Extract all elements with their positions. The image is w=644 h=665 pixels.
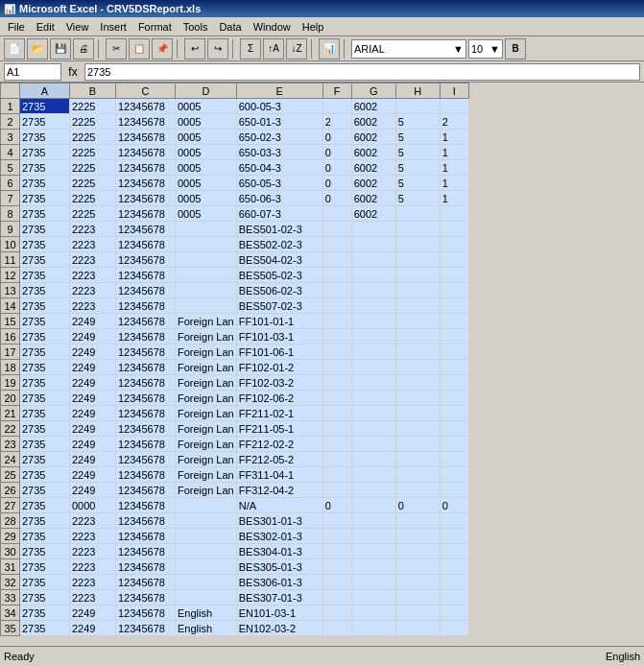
cell-D14[interactable] bbox=[176, 298, 237, 314]
cell-B27[interactable]: 0000 bbox=[70, 498, 116, 513]
col-header-h[interactable]: H bbox=[395, 83, 440, 99]
cell-D22[interactable]: Foreign Lan bbox=[176, 421, 237, 437]
cell-F27[interactable]: 0 bbox=[322, 498, 351, 513]
row-header-23[interactable]: 23 bbox=[1, 437, 20, 452]
cell-E29[interactable]: BES302-01-3 bbox=[236, 529, 322, 544]
cell-H24[interactable] bbox=[395, 452, 440, 467]
cell-C3[interactable]: 12345678 bbox=[116, 130, 176, 145]
cell-E13[interactable]: BES506-02-3 bbox=[236, 283, 322, 298]
cell-C33[interactable]: 12345678 bbox=[116, 590, 176, 606]
cell-C12[interactable]: 12345678 bbox=[116, 268, 176, 283]
cell-E9[interactable]: BES501-02-3 bbox=[236, 222, 322, 237]
cell-I4[interactable]: 1 bbox=[440, 145, 468, 160]
cell-G28[interactable] bbox=[351, 513, 395, 529]
cell-A28[interactable]: 2735 bbox=[20, 513, 70, 529]
cell-G21[interactable] bbox=[351, 406, 395, 421]
cell-B31[interactable]: 2223 bbox=[70, 559, 116, 575]
cell-F3[interactable]: 0 bbox=[322, 130, 351, 145]
menu-item-format[interactable]: Format bbox=[132, 19, 178, 35]
row-header-16[interactable]: 16 bbox=[1, 329, 20, 344]
cell-B1[interactable]: 2225 bbox=[70, 99, 116, 114]
redo-btn[interactable]: ↪ bbox=[207, 38, 228, 59]
menu-item-tools[interactable]: Tools bbox=[178, 19, 214, 35]
cell-G34[interactable] bbox=[351, 606, 395, 621]
cell-C2[interactable]: 12345678 bbox=[116, 114, 176, 130]
cell-F15[interactable] bbox=[322, 314, 351, 329]
cell-D20[interactable]: Foreign Lan bbox=[176, 391, 237, 406]
formula-input[interactable]: 2735 bbox=[84, 63, 640, 81]
cell-D23[interactable]: Foreign Lan bbox=[176, 437, 237, 452]
cell-E17[interactable]: FF101-06-1 bbox=[236, 344, 322, 360]
row-header-31[interactable]: 31 bbox=[1, 559, 20, 575]
cell-D28[interactable] bbox=[176, 513, 237, 529]
cell-C30[interactable]: 12345678 bbox=[116, 544, 176, 559]
cell-H28[interactable] bbox=[395, 513, 440, 529]
cell-H18[interactable] bbox=[395, 360, 440, 375]
undo-btn[interactable]: ↩ bbox=[184, 38, 205, 59]
cell-G10[interactable] bbox=[351, 237, 395, 252]
cell-E31[interactable]: BES305-01-3 bbox=[236, 559, 322, 575]
row-header-21[interactable]: 21 bbox=[1, 406, 20, 421]
cell-E26[interactable]: FF312-04-2 bbox=[236, 483, 322, 498]
cell-B25[interactable]: 2249 bbox=[70, 467, 116, 483]
cell-E23[interactable]: FF212-02-2 bbox=[236, 437, 322, 452]
cell-B17[interactable]: 2249 bbox=[70, 344, 116, 360]
cell-C26[interactable]: 12345678 bbox=[116, 483, 176, 498]
cell-B19[interactable]: 2249 bbox=[70, 375, 116, 391]
col-header-c[interactable]: C bbox=[116, 83, 176, 99]
row-header-20[interactable]: 20 bbox=[1, 391, 20, 406]
cell-G26[interactable] bbox=[351, 483, 395, 498]
cell-D19[interactable]: Foreign Lan bbox=[176, 375, 237, 391]
cell-B18[interactable]: 2249 bbox=[70, 360, 116, 375]
cell-F19[interactable] bbox=[322, 375, 351, 391]
cell-I3[interactable]: 1 bbox=[440, 130, 468, 145]
cell-B14[interactable]: 2223 bbox=[70, 298, 116, 314]
cell-F2[interactable]: 2 bbox=[322, 114, 351, 130]
row-header-8[interactable]: 8 bbox=[1, 206, 20, 222]
cell-E11[interactable]: BES504-02-3 bbox=[236, 252, 322, 268]
cell-B2[interactable]: 2225 bbox=[70, 114, 116, 130]
cell-H10[interactable] bbox=[395, 237, 440, 252]
cell-H1[interactable] bbox=[395, 99, 440, 114]
cell-A11[interactable]: 2735 bbox=[20, 252, 70, 268]
cell-E32[interactable]: BES306-01-3 bbox=[236, 575, 322, 590]
print-btn[interactable]: 🖨 bbox=[73, 38, 94, 59]
cell-C9[interactable]: 12345678 bbox=[116, 222, 176, 237]
cell-B22[interactable]: 2249 bbox=[70, 421, 116, 437]
cell-A12[interactable]: 2735 bbox=[20, 268, 70, 283]
cell-A19[interactable]: 2735 bbox=[20, 375, 70, 391]
chart-btn[interactable]: 📊 bbox=[319, 38, 340, 59]
cell-F7[interactable]: 0 bbox=[322, 191, 351, 206]
cell-H31[interactable] bbox=[395, 559, 440, 575]
cell-C34[interactable]: 12345678 bbox=[116, 606, 176, 621]
cell-C29[interactable]: 12345678 bbox=[116, 529, 176, 544]
cell-E2[interactable]: 650-01-3 bbox=[236, 114, 322, 130]
cell-G16[interactable] bbox=[351, 329, 395, 344]
cell-A5[interactable]: 2735 bbox=[20, 160, 70, 176]
cell-G31[interactable] bbox=[351, 559, 395, 575]
cell-B30[interactable]: 2223 bbox=[70, 544, 116, 559]
cell-G33[interactable] bbox=[351, 590, 395, 606]
cell-F22[interactable] bbox=[322, 421, 351, 437]
cell-B3[interactable]: 2225 bbox=[70, 130, 116, 145]
cell-D24[interactable]: Foreign Lan bbox=[176, 452, 237, 467]
cell-H5[interactable]: 5 bbox=[395, 160, 440, 176]
cell-G12[interactable] bbox=[351, 268, 395, 283]
cell-C27[interactable]: 12345678 bbox=[116, 498, 176, 513]
row-header-4[interactable]: 4 bbox=[1, 145, 20, 160]
cell-H21[interactable] bbox=[395, 406, 440, 421]
cell-A22[interactable]: 2735 bbox=[20, 421, 70, 437]
cell-C8[interactable]: 12345678 bbox=[116, 206, 176, 222]
cell-A7[interactable]: 2735 bbox=[20, 191, 70, 206]
cell-G1[interactable]: 6002 bbox=[351, 99, 395, 114]
cell-D34[interactable]: English bbox=[176, 606, 237, 621]
cell-H3[interactable]: 5 bbox=[395, 130, 440, 145]
cell-C28[interactable]: 12345678 bbox=[116, 513, 176, 529]
cell-I20[interactable] bbox=[440, 391, 468, 406]
cell-B23[interactable]: 2249 bbox=[70, 437, 116, 452]
col-header-b[interactable]: B bbox=[70, 83, 116, 99]
cell-F33[interactable] bbox=[322, 590, 351, 606]
cell-B8[interactable]: 2225 bbox=[70, 206, 116, 222]
cell-F9[interactable] bbox=[322, 222, 351, 237]
cell-I30[interactable] bbox=[440, 544, 468, 559]
